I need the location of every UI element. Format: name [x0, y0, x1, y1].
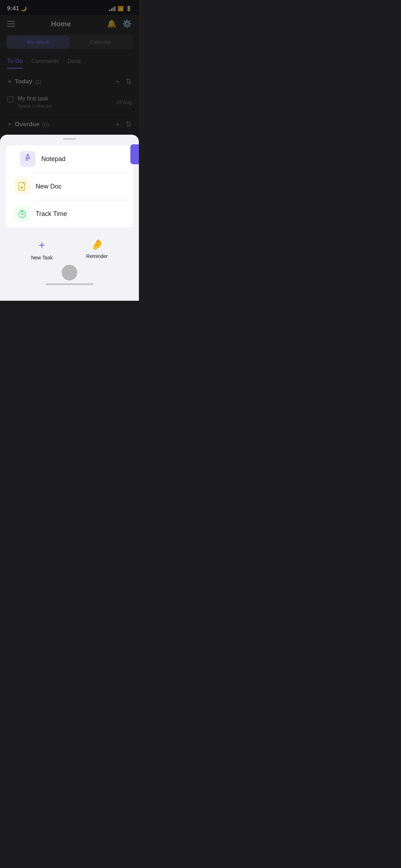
sheet-item-tracktime[interactable]: Track Time: [6, 200, 133, 227]
home-indicator: [46, 283, 93, 285]
svg-rect-1: [25, 157, 30, 157]
newdoc-icon: [14, 179, 30, 194]
notepad-label: Notepad: [41, 155, 66, 163]
new-task-icon: +: [38, 239, 45, 252]
notepad-icon: [20, 151, 36, 167]
sheet-item-notepad[interactable]: Notepad: [11, 145, 127, 172]
home-circle-button[interactable]: [62, 265, 77, 280]
sheet-items-container: Notepad New Doc: [6, 145, 133, 227]
tracktime-label: Track Time: [36, 210, 67, 218]
new-task-action[interactable]: + New Task: [31, 239, 52, 260]
svg-rect-2: [25, 158, 30, 159]
svg-rect-4: [27, 154, 29, 156]
reminder-label: Reminder: [86, 253, 108, 259]
newdoc-label: New Doc: [36, 183, 62, 190]
sheet-handle[interactable]: [63, 138, 76, 140]
sheet-item-newdoc[interactable]: New Doc: [6, 173, 133, 200]
sheet-bottom-actions: + New Task 🤌 Reminder: [0, 233, 139, 263]
svg-rect-6: [24, 182, 25, 184]
reminder-action[interactable]: 🤌 Reminder: [86, 239, 108, 260]
new-task-label: New Task: [31, 255, 52, 260]
svg-rect-3: [25, 160, 28, 160]
tracktime-icon: [14, 206, 30, 222]
bottom-sheet: Notepad New Doc: [0, 135, 139, 301]
fab-hint[interactable]: [130, 144, 139, 164]
reminder-icon: 🤌: [91, 239, 103, 250]
